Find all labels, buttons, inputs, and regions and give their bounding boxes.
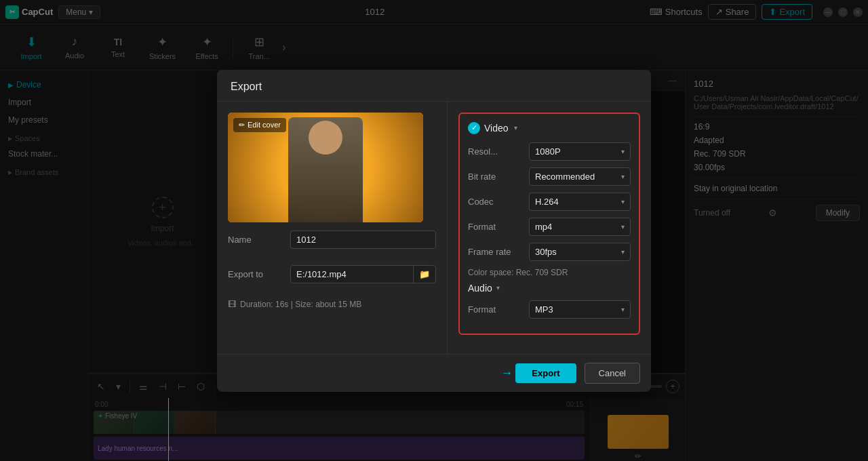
video-settings-section: ✓ Video ▾ Resol... 1080P ▾ Bit bbox=[458, 113, 640, 335]
resolution-value: 1080P bbox=[535, 146, 561, 157]
edit-cover-label: Edit cover bbox=[248, 121, 281, 129]
video-section-header: ✓ Video ▾ bbox=[468, 122, 631, 134]
audio-format-value: MP3 bbox=[535, 304, 553, 315]
dialog-left: ✏ Edit cover Name Export to E:/1012.mp4 … bbox=[217, 102, 448, 354]
folder-button[interactable]: 📁 bbox=[413, 266, 435, 283]
format-value: mp4 bbox=[535, 222, 552, 232]
audio-header: Audio ▾ bbox=[468, 283, 631, 294]
preview-head bbox=[309, 121, 342, 155]
name-label: Name bbox=[228, 235, 282, 245]
audio-format-label: Format bbox=[468, 304, 529, 315]
export-to-label: Export to bbox=[228, 269, 282, 279]
resolution-select[interactable]: 1080P ▾ bbox=[529, 142, 631, 161]
format-row: Format mp4 ▾ bbox=[468, 218, 631, 236]
film-icon: 🎞 bbox=[228, 300, 236, 309]
dialog-body: ✏ Edit cover Name Export to E:/1012.mp4 … bbox=[217, 102, 651, 354]
export-dialog-overlay: Export ✏ Edit cover bbox=[0, 0, 868, 461]
export-to-field: E:/1012.mp4 📁 bbox=[290, 265, 436, 283]
video-section-title: Video bbox=[484, 123, 509, 134]
framerate-select[interactable]: 30fps ▾ bbox=[529, 243, 631, 261]
codec-label: Codec bbox=[468, 197, 529, 207]
format-chevron: ▾ bbox=[621, 223, 625, 230]
audio-arrow: ▾ bbox=[496, 284, 500, 292]
bitrate-chevron: ▾ bbox=[621, 173, 625, 180]
edit-cover-button[interactable]: ✏ Edit cover bbox=[233, 118, 286, 132]
dialog-title: Export bbox=[231, 81, 262, 92]
dialog-right: ✓ Video ▾ Resol... 1080P ▾ Bit bbox=[448, 102, 651, 354]
name-input[interactable] bbox=[290, 230, 436, 249]
resolution-chevron: ▾ bbox=[621, 148, 625, 155]
duration-row: 🎞 Duration: 16s | Size: about 15 MB bbox=[228, 300, 436, 309]
resolution-label: Resol... bbox=[468, 146, 529, 157]
video-check-icon: ✓ bbox=[468, 122, 480, 134]
audio-format-chevron: ▾ bbox=[621, 306, 625, 313]
format-label: Format bbox=[468, 222, 529, 232]
preview-container: ✏ Edit cover bbox=[228, 113, 423, 222]
bitrate-label: Bit rate bbox=[468, 172, 529, 182]
audio-title: Audio bbox=[468, 283, 492, 294]
video-section-arrow: ▾ bbox=[514, 124, 517, 132]
bitrate-select[interactable]: Recommended ▾ bbox=[529, 167, 631, 186]
codec-select[interactable]: H.264 ▾ bbox=[529, 193, 631, 211]
color-space-text: Color space: Rec. 709 SDR bbox=[468, 268, 631, 277]
codec-value: H.264 bbox=[535, 197, 559, 207]
codec-row: Codec H.264 ▾ bbox=[468, 193, 631, 211]
edit-icon: ✏ bbox=[239, 121, 245, 129]
duration-label: Duration: 16s | Size: about 15 MB bbox=[240, 300, 361, 309]
export-confirm-button[interactable]: Export bbox=[515, 363, 576, 383]
dialog-footer: → Export Cancel bbox=[217, 354, 651, 392]
name-field-row: Name bbox=[228, 230, 436, 249]
format-select[interactable]: mp4 ▾ bbox=[529, 218, 631, 236]
bitrate-value: Recommended bbox=[535, 172, 595, 182]
export-dialog: Export ✏ Edit cover bbox=[217, 70, 651, 392]
dialog-header: Export bbox=[217, 70, 651, 102]
framerate-chevron: ▾ bbox=[621, 248, 625, 256]
framerate-row: Frame rate 30fps ▾ bbox=[468, 243, 631, 261]
cancel-button[interactable]: Cancel bbox=[585, 363, 640, 384]
audio-format-select[interactable]: MP3 ▾ bbox=[529, 300, 631, 319]
codec-chevron: ▾ bbox=[621, 198, 625, 205]
resolution-row: Resol... 1080P ▾ bbox=[468, 142, 631, 161]
audio-format-row: Format MP3 ▾ bbox=[468, 300, 631, 319]
framerate-label: Frame rate bbox=[468, 247, 529, 257]
export-to-value: E:/1012.mp4 bbox=[291, 266, 413, 283]
bitrate-row: Bit rate Recommended ▾ bbox=[468, 167, 631, 186]
framerate-value: 30fps bbox=[535, 247, 557, 257]
export-to-field-row: Export to E:/1012.mp4 📁 bbox=[228, 265, 436, 283]
export-arrow-indicator: → bbox=[500, 366, 513, 380]
